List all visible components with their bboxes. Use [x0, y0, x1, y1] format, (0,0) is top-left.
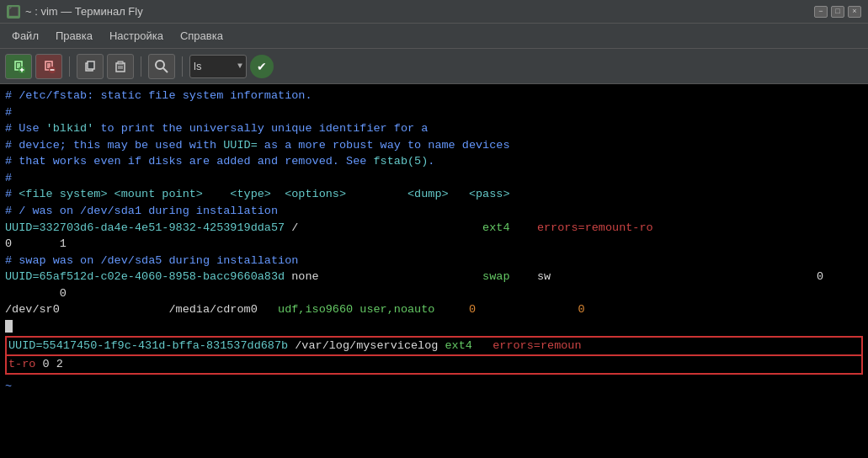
- menu-edit[interactable]: Правка: [47, 26, 101, 45]
- svg-point-19: [156, 61, 164, 69]
- remove-icon: [42, 60, 56, 73]
- titlebar-controls: − □ ×: [814, 6, 861, 18]
- search-icon: [154, 59, 169, 74]
- execute-button[interactable]: ✔: [250, 55, 274, 78]
- terminal-line-5: # that works even if disks are added and…: [5, 153, 863, 170]
- copy-icon: [83, 60, 97, 73]
- svg-line-20: [163, 68, 168, 72]
- svg-rect-14: [88, 61, 94, 69]
- add-icon: [12, 60, 25, 73]
- terminal-line-13: [5, 318, 863, 335]
- minimize-button[interactable]: −: [814, 6, 828, 18]
- terminal-line-1: # /etc/fstab: static file system informa…: [5, 88, 863, 104]
- dropdown-arrow-icon: ▼: [237, 61, 242, 71]
- terminal-line-9: UUID=332703d6-da4e-4e51-9832-4253919dda5…: [5, 220, 863, 237]
- maximize-button[interactable]: □: [831, 6, 844, 18]
- terminal-line-10: # swap was on /dev/sda5 during installat…: [5, 253, 863, 269]
- terminal-line-11: UUID=65af512d-c02e-4060-8958-bacc9660a83…: [5, 269, 863, 285]
- terminal-line-7: # <file system> <mount point> <type> <op…: [5, 186, 863, 203]
- window-title: ~ : vim — Терминал Fly: [25, 5, 143, 18]
- terminal-line-2: #: [5, 104, 863, 121]
- toolbar: ▼ ✔: [0, 49, 868, 84]
- terminal-line-9b: 0 1: [5, 236, 863, 253]
- terminal-line-highlighted-2: t-ro 0 2: [5, 356, 863, 375]
- titlebar: ⬛ ~ : vim — Терминал Fly − □ ×: [0, 0, 868, 24]
- terminal-line-3: # Use 'blkid' to print the universally u…: [5, 120, 863, 137]
- menubar: Файл Правка Настройка Справка: [0, 24, 868, 49]
- search-button[interactable]: [148, 54, 175, 79]
- paste-button[interactable]: [107, 54, 134, 79]
- remove-tab-button[interactable]: [35, 54, 62, 79]
- terminal-line-12: /dev/sr0 /media/cdrom0 udf,iso9660 user,…: [5, 301, 863, 318]
- separator-1: [69, 56, 70, 77]
- terminal-line-tilde: ~: [5, 378, 863, 395]
- svg-rect-16: [118, 61, 123, 64]
- command-input-wrap: ▼: [189, 55, 247, 78]
- terminal-line-4: # device; this may be used with UUID= as…: [5, 137, 863, 154]
- add-tab-button[interactable]: [5, 54, 32, 79]
- terminal-content[interactable]: # /etc/fstab: static file system informa…: [0, 84, 868, 458]
- copy-button[interactable]: [77, 54, 104, 79]
- terminal-line-11b: 0: [5, 285, 863, 302]
- titlebar-left: ⬛ ~ : vim — Терминал Fly: [7, 5, 143, 19]
- app-icon: ⬛: [7, 5, 20, 19]
- paste-icon: [114, 60, 127, 73]
- close-button[interactable]: ×: [848, 6, 861, 18]
- terminal-line-8: # / was on /dev/sda1 during installation: [5, 203, 863, 220]
- menu-settings[interactable]: Настройка: [101, 26, 172, 45]
- menu-file[interactable]: Файл: [3, 26, 47, 45]
- separator-2: [141, 56, 141, 77]
- command-input[interactable]: [194, 60, 236, 72]
- menu-help[interactable]: Справка: [172, 26, 232, 45]
- separator-3: [182, 56, 183, 77]
- cursor-block: [5, 320, 13, 333]
- terminal-line-highlighted: UUID=55417450-1f9c-431d-bffa-831537dd687…: [5, 336, 863, 356]
- terminal-line-6: #: [5, 170, 863, 187]
